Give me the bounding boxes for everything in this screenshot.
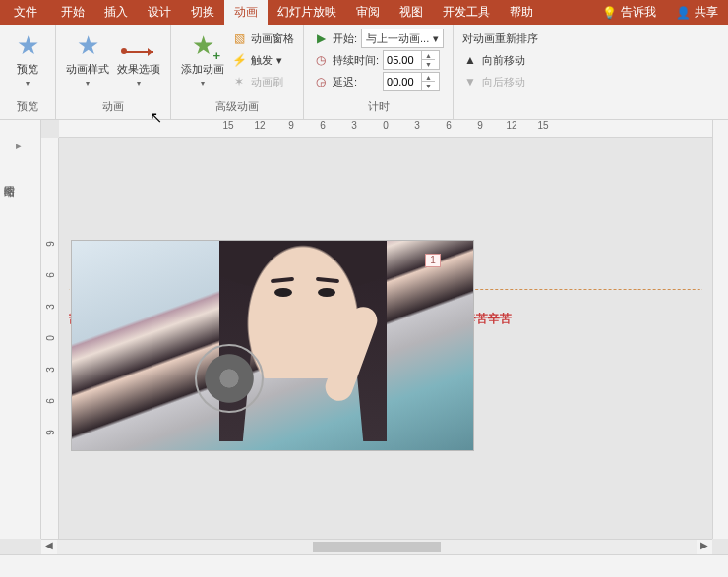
delay-label: 延迟: bbox=[333, 75, 357, 89]
group-timing-label: 计时 bbox=[310, 99, 447, 116]
slide-canvas[interactable]: 噶嘟噶嘟嘭!再来一首加油我 来 啦噶嘟噶嘟嘭!喳喳嘭!☆☆☆继续继续☆☆☆I L… bbox=[69, 147, 702, 529]
star-icon: ★ bbox=[77, 30, 99, 61]
group-advanced-label: 高级动画 bbox=[177, 99, 297, 116]
scroll-left-icon[interactable]: ◀ bbox=[41, 540, 57, 554]
tab-transitions[interactable]: 切换 bbox=[181, 0, 224, 25]
triangle-up-icon: ▲ bbox=[462, 53, 478, 67]
tab-view[interactable]: 视图 bbox=[390, 0, 433, 25]
spin-up-icon[interactable]: ▲ bbox=[422, 51, 435, 60]
group-preview-label: 预览 bbox=[6, 99, 49, 116]
move-earlier-button[interactable]: ▲向前移动 bbox=[459, 49, 541, 71]
inserted-image[interactable] bbox=[71, 240, 474, 451]
duration-label: 持续时间: bbox=[333, 53, 379, 68]
ribbon: ★ 预览▾ 预览 ★ 动画样式▾ 效果选项▾ 动画 ★+ 添加动画▾ ▧动 bbox=[0, 25, 728, 120]
effect-options-button[interactable]: 效果选项▾ bbox=[113, 28, 164, 91]
group-animation-label: 动画 bbox=[62, 99, 164, 116]
start-select[interactable]: 与上一动画...▾ bbox=[361, 29, 444, 48]
play-icon: ▶ bbox=[313, 31, 329, 45]
person-icon: 👤 bbox=[676, 6, 691, 20]
lightbulb-icon: 💡 bbox=[602, 6, 617, 20]
tab-design[interactable]: 设计 bbox=[138, 0, 181, 25]
scroll-right-icon[interactable]: ▶ bbox=[697, 540, 712, 554]
reorder-label: 对动画重新排序 bbox=[459, 28, 541, 49]
animation-tag-right[interactable]: 1 bbox=[425, 254, 441, 267]
star-play-icon: ★ bbox=[17, 30, 39, 61]
spin-down-icon[interactable]: ▼ bbox=[422, 82, 435, 90]
scrollbar-vertical[interactable] bbox=[712, 120, 728, 539]
share-button[interactable]: 👤共享 bbox=[666, 0, 728, 25]
slide: 噶嘟噶嘟嘭!再来一首加油我 来 啦噶嘟噶嘟嘭!喳喳嘭!☆☆☆继续继续☆☆☆I L… bbox=[71, 240, 700, 436]
pane-icon: ▧ bbox=[231, 31, 247, 45]
scrollbar-horizontal[interactable]: ◀ ▶ bbox=[41, 539, 712, 554]
motion-line-icon bbox=[124, 51, 153, 53]
duration-field[interactable]: ▲▼ bbox=[383, 50, 440, 70]
tab-home[interactable]: 开始 bbox=[51, 0, 94, 25]
brush-icon: ✶ bbox=[231, 75, 247, 88]
triangle-down-icon: ▼ bbox=[462, 75, 478, 88]
slide-workarea: ▸ 缩略图 151296303691215 9630369 噶嘟噶嘟嘭!再来一首… bbox=[0, 120, 728, 554]
preview-button[interactable]: ★ 预览▾ bbox=[6, 28, 49, 91]
tab-animations[interactable]: 动画 bbox=[224, 0, 268, 25]
thumbnail-pane-collapsed[interactable]: ▸ 缩略图 bbox=[0, 120, 41, 539]
delay-icon: ◶ bbox=[313, 75, 329, 88]
tab-slideshow[interactable]: 幻灯片放映 bbox=[268, 0, 346, 25]
ruler-vertical: 9630369 bbox=[41, 138, 59, 539]
delay-field[interactable]: ▲▼ bbox=[383, 72, 440, 91]
animation-pane-button[interactable]: ▧动画窗格 bbox=[228, 28, 297, 49]
trigger-button[interactable]: ⚡触发 ▾ bbox=[228, 49, 297, 71]
tab-file[interactable]: 文件 bbox=[0, 0, 51, 25]
start-label: 开始: bbox=[333, 31, 357, 46]
expand-icon[interactable]: ▸ bbox=[16, 140, 22, 152]
add-animation-button[interactable]: ★+ 添加动画▾ bbox=[177, 28, 228, 91]
status-bar bbox=[0, 554, 728, 577]
tab-dev[interactable]: 开发工具 bbox=[433, 0, 500, 25]
tab-help[interactable]: 帮助 bbox=[500, 0, 543, 25]
star-add-icon: ★ bbox=[192, 30, 214, 61]
tab-insert[interactable]: 插入 bbox=[94, 0, 138, 25]
title-bar: 文件 开始 插入 设计 切换 动画 幻灯片放映 审阅 视图 开发工具 帮助 💡告… bbox=[0, 0, 728, 25]
spin-down-icon[interactable]: ▼ bbox=[422, 60, 435, 69]
tell-me[interactable]: 💡告诉我 bbox=[592, 0, 666, 25]
animation-style-button[interactable]: ★ 动画样式▾ bbox=[62, 28, 113, 91]
ruler-horizontal: 151296303691215 bbox=[59, 120, 712, 138]
tab-review[interactable]: 审阅 bbox=[346, 0, 390, 25]
bolt-icon: ⚡ bbox=[231, 53, 247, 67]
animation-painter-button[interactable]: ✶动画刷 bbox=[228, 71, 297, 92]
clock-icon: ◷ bbox=[313, 53, 329, 67]
spin-up-icon[interactable]: ▲ bbox=[422, 73, 435, 82]
move-later-button[interactable]: ▼向后移动 bbox=[459, 71, 541, 92]
